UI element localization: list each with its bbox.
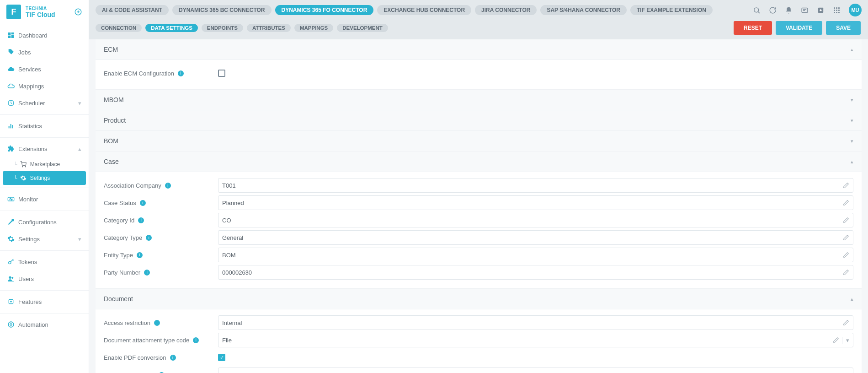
refresh-icon[interactable] xyxy=(769,6,777,14)
tab-secondary[interactable]: CONNECTION xyxy=(96,24,142,32)
input-entity-type[interactable] xyxy=(218,248,853,262)
edit-icon[interactable] xyxy=(843,182,849,189)
section-bom-head[interactable]: BOM ▾ xyxy=(96,130,862,151)
tab-secondary[interactable]: DATA SETTINGS xyxy=(145,24,198,32)
edit-icon[interactable] xyxy=(843,252,849,258)
edit-icon[interactable] xyxy=(833,337,839,343)
edit-icon[interactable] xyxy=(843,234,849,241)
info-icon[interactable]: i xyxy=(178,70,184,76)
input-category-id[interactable] xyxy=(218,213,853,227)
save-button[interactable]: SAVE xyxy=(826,21,861,35)
tag-icon xyxy=(7,49,18,56)
svg-rect-23 xyxy=(838,7,840,9)
svg-rect-26 xyxy=(838,10,840,11)
nav-mappings[interactable]: Mappings xyxy=(0,78,89,95)
input-case-status[interactable] xyxy=(218,195,853,210)
svg-rect-4 xyxy=(8,36,11,38)
edit-icon[interactable] xyxy=(843,269,849,276)
nav-marketplace[interactable]: └ Marketplace xyxy=(0,157,89,171)
info-icon[interactable]: i xyxy=(138,217,144,223)
section-case-head[interactable]: Case ▴ xyxy=(96,151,862,172)
cloud-icon xyxy=(7,65,18,73)
avatar[interactable]: MU xyxy=(849,4,862,16)
label-enable-pdf: Enable PDF conversion xyxy=(104,354,166,361)
info-icon[interactable]: i xyxy=(165,183,171,189)
label-party-number: Party Number xyxy=(104,269,140,276)
edit-icon[interactable] xyxy=(843,200,849,206)
tab-secondary[interactable]: ENDPOINTS xyxy=(202,24,243,32)
section-document-head[interactable]: Document ▴ xyxy=(96,288,862,309)
svg-point-18 xyxy=(754,7,759,12)
input-attach-type-code[interactable]: ▾ xyxy=(218,333,853,347)
bell-icon[interactable] xyxy=(785,6,793,14)
label-attach-type-code: Document attachment type code xyxy=(104,337,189,344)
svg-rect-7 xyxy=(11,124,11,128)
input-assoc-company[interactable] xyxy=(218,178,853,193)
input-party-number[interactable] xyxy=(218,265,853,280)
nav-ext-settings[interactable]: └ Settings xyxy=(3,171,86,185)
key-icon xyxy=(7,258,18,265)
tab-primary[interactable]: DYNAMICS 365 FO CONNECTOR xyxy=(275,5,374,15)
nav-users[interactable]: Users xyxy=(0,270,89,287)
message-icon[interactable] xyxy=(801,6,809,14)
chevron-down-icon: ▾ xyxy=(78,100,81,107)
validate-button[interactable]: VALIDATE xyxy=(776,21,822,35)
caret-down-icon: ▾ xyxy=(851,118,853,124)
edit-icon[interactable] xyxy=(843,319,849,326)
info-icon[interactable]: i xyxy=(146,235,152,241)
nav-tokens[interactable]: Tokens xyxy=(0,254,89,270)
label-category-type: Category Type xyxy=(104,234,142,241)
add-icon[interactable] xyxy=(74,8,82,16)
nav-scheduler[interactable]: Scheduler ▾ xyxy=(0,95,89,112)
input-access-restriction[interactable] xyxy=(218,315,853,330)
tab-primary[interactable]: DYNAMICS 365 BC CONNECTOR xyxy=(172,5,271,15)
nav-settings[interactable]: Settings ▾ xyxy=(0,231,89,248)
tab-primary[interactable]: SAP S/4HANA CONNECTOR xyxy=(540,5,626,15)
wrench-icon xyxy=(7,218,18,226)
info-icon[interactable]: i xyxy=(170,355,176,361)
svg-rect-3 xyxy=(11,35,14,38)
nav-dashboard[interactable]: Dashboard xyxy=(0,27,89,44)
tab-primary[interactable]: EXCHANGE HUB CONNECTOR xyxy=(377,5,471,15)
nav-monitor[interactable]: Monitor xyxy=(0,191,89,208)
info-icon[interactable]: i xyxy=(137,252,143,258)
search-icon[interactable] xyxy=(753,6,761,14)
apps-icon[interactable] xyxy=(833,6,841,14)
nav-extensions[interactable]: Extensions ▴ xyxy=(0,141,89,157)
tab-primary[interactable]: TIF EXAMPLE EXTENSION xyxy=(630,5,713,15)
label-file-download-url: File Download URL xyxy=(104,372,155,373)
tab-primary[interactable]: JIRA CONNECTOR xyxy=(475,5,537,15)
reset-button[interactable]: RESET xyxy=(734,21,772,35)
puzzle-icon xyxy=(7,145,18,152)
nav-statistics[interactable]: Statistics xyxy=(0,118,89,135)
checkbox-enable-pdf[interactable]: ✓ xyxy=(218,354,225,361)
nav-features[interactable]: Features xyxy=(0,293,89,310)
svg-point-13 xyxy=(9,276,11,279)
nav-automation[interactable]: Automation xyxy=(0,316,89,333)
tab-secondary[interactable]: ATTRIBUTES xyxy=(247,24,291,32)
section-mbom-head[interactable]: MBOM ▾ xyxy=(96,89,862,110)
dashboard-icon xyxy=(7,32,18,39)
download-icon[interactable] xyxy=(817,6,825,14)
section-ecm-head[interactable]: ECM ▴ xyxy=(96,39,862,59)
nav-services[interactable]: Services xyxy=(0,61,89,78)
section-product-head[interactable]: Product ▾ xyxy=(96,110,862,130)
info-icon[interactable]: i xyxy=(140,200,146,206)
nav-jobs[interactable]: Jobs xyxy=(0,44,89,61)
tab-secondary[interactable]: MAPPINGS xyxy=(294,24,333,32)
input-category-type[interactable] xyxy=(218,230,853,245)
info-icon[interactable]: i xyxy=(154,320,160,326)
brand-top: TECHNIA xyxy=(26,6,74,11)
checkbox-enable-ecm[interactable] xyxy=(218,70,225,77)
chevron-down-icon[interactable]: ▾ xyxy=(842,337,849,344)
input-file-download-url[interactable] xyxy=(218,368,853,373)
tab-primary[interactable]: AI & CODE ASSISTANT xyxy=(96,5,169,15)
info-icon[interactable]: i xyxy=(193,337,199,343)
bar-chart-icon xyxy=(7,122,18,130)
info-icon[interactable]: i xyxy=(144,270,150,276)
nav-configurations[interactable]: Configurations xyxy=(0,214,89,231)
tab-secondary[interactable]: DEVELOPMENT xyxy=(337,24,388,32)
edit-icon[interactable] xyxy=(843,217,849,223)
svg-rect-21 xyxy=(834,7,835,9)
caret-up-icon: ▴ xyxy=(851,296,853,302)
